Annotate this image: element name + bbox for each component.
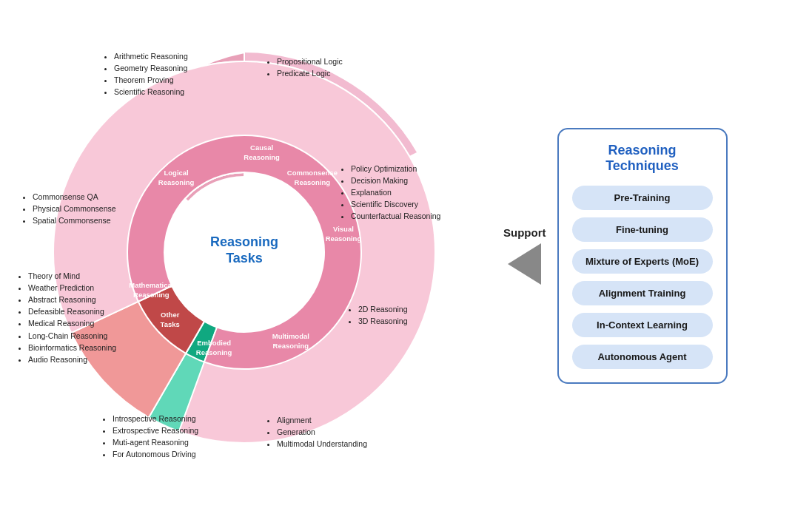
moe-button[interactable]: Mixture of Experts (MoE) [572, 249, 713, 274]
techniques-title: Reasoning Techniques [605, 143, 679, 174]
commonsense-text: Commonsense QA Physical Commonsense Spat… [22, 192, 130, 228]
svg-text:Commonsense: Commonsense [287, 168, 338, 176]
techniques-box: Reasoning Techniques Pre-Training Fine-t… [557, 128, 728, 384]
wheel-diagram: ReasoningTasksMathematicalReasoningLogic… [7, 8, 481, 496]
svg-text:Reasoning: Reasoning [133, 291, 170, 299]
svg-text:Reasoning: Reasoning [196, 348, 232, 356]
wheel-section: ReasoningTasksMathematicalReasoningLogic… [7, 8, 496, 504]
math-text: Arithmetic Reasoning Geometry Reasoning … [104, 51, 207, 99]
svg-text:Other: Other [161, 310, 180, 318]
autonomous-button[interactable]: Autonomous Agent [572, 345, 713, 369]
svg-text:Reasoning: Reasoning [210, 234, 278, 249]
visual-text: 2D Reasoning 3D Reasoning [348, 304, 444, 328]
svg-text:Visual: Visual [333, 225, 354, 233]
main-container: ReasoningTasksMathematicalReasoningLogic… [0, 0, 812, 511]
other-text: Theory of Mind Weather Prediction Abstra… [18, 271, 132, 367]
svg-text:Reasoning: Reasoning [158, 177, 195, 186]
fine-tuning-button[interactable]: Fine-tuning [572, 217, 713, 242]
embodied-text: Introspective Reasoning Extrospective Re… [102, 413, 224, 461]
svg-text:Multimodal: Multimodal [272, 331, 309, 339]
svg-text:Logical: Logical [164, 168, 188, 176]
svg-text:Causal: Causal [250, 143, 273, 152]
svg-text:Reasoning: Reasoning [244, 153, 280, 161]
svg-text:Reasoning: Reasoning [326, 234, 362, 243]
svg-text:Reasoning: Reasoning [295, 177, 331, 186]
svg-text:Tasks: Tasks [226, 251, 263, 265]
support-arrow-container: Support [503, 226, 546, 285]
right-section: Support Reasoning Techniques Pre-Trainin… [496, 7, 805, 504]
svg-text:Tasks: Tasks [161, 319, 180, 328]
in-context-button[interactable]: In-Context Learning [572, 313, 713, 337]
causal-text: Policy Optimization Decision Making Expl… [340, 163, 466, 223]
pre-training-button[interactable]: Pre-Training [572, 186, 713, 210]
svg-text:Reasoning: Reasoning [273, 341, 309, 349]
multimodal-text: Alignment Generation Multimodal Understa… [266, 415, 392, 451]
alignment-button[interactable]: Alignment Training [572, 281, 713, 305]
support-label: Support [503, 226, 546, 239]
svg-text:Embodied: Embodied [197, 338, 231, 346]
svg-text:Mathematical: Mathematical [129, 281, 173, 289]
logical-text: Propositional Logic Predicate Logic [266, 56, 363, 80]
support-arrow-icon [508, 243, 541, 285]
